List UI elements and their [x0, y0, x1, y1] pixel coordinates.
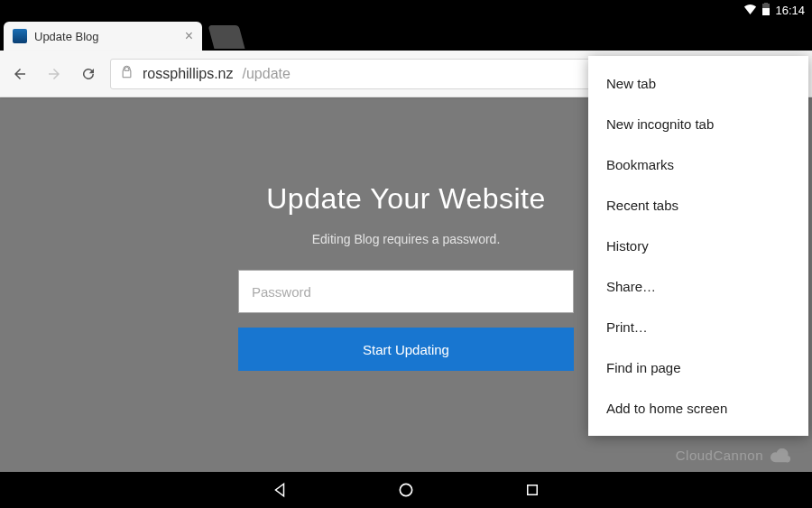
back-button[interactable]: [7, 61, 32, 87]
start-updating-button[interactable]: Start Updating: [238, 328, 574, 371]
site-info-icon[interactable]: [120, 65, 134, 82]
menu-item-new-incognito-tab[interactable]: New incognito tab: [588, 104, 808, 144]
android-nav-bar: [0, 472, 812, 508]
url-domain: rossphillips.nz: [143, 66, 233, 82]
wifi-icon: [743, 4, 757, 17]
new-tab-button[interactable]: [208, 25, 245, 49]
password-input[interactable]: Password: [238, 270, 574, 313]
page-subheading: Editing Blog requires a password.: [312, 232, 501, 246]
android-home-button[interactable]: [397, 481, 415, 499]
forward-button[interactable]: [42, 61, 67, 87]
tab-strip: Update Blog ×: [0, 20, 812, 51]
site-brand: CloudCannon: [676, 448, 790, 463]
android-back-button[interactable]: [271, 481, 289, 499]
reload-button[interactable]: [76, 61, 101, 87]
status-time: 16:14: [775, 4, 805, 17]
menu-item-new-tab[interactable]: New tab: [588, 63, 808, 104]
menu-item-add-to-home-screen[interactable]: Add to home screen: [588, 388, 808, 429]
svg-rect-4: [528, 485, 538, 495]
svg-point-3: [400, 484, 411, 495]
tab-title: Update Blog: [34, 30, 99, 43]
svg-rect-1: [762, 8, 770, 15]
menu-item-share[interactable]: Share…: [588, 266, 808, 307]
favicon-icon: [13, 29, 27, 43]
menu-item-recent-tabs[interactable]: Recent tabs: [588, 185, 808, 226]
menu-item-print[interactable]: Print…: [588, 307, 808, 347]
close-tab-icon[interactable]: ×: [185, 29, 193, 43]
battery-icon: [762, 3, 770, 18]
chrome-overflow-menu: New tab New incognito tab Bookmarks Rece…: [588, 56, 808, 436]
cloud-icon: [770, 448, 790, 463]
android-recent-button[interactable]: [523, 481, 541, 499]
android-status-bar: 16:14: [0, 0, 812, 20]
active-tab[interactable]: Update Blog ×: [4, 22, 202, 51]
menu-item-find-in-page[interactable]: Find in page: [588, 347, 808, 388]
password-placeholder: Password: [252, 284, 311, 300]
menu-item-history[interactable]: History: [588, 226, 808, 266]
brand-text: CloudCannon: [676, 448, 763, 463]
url-path: /update: [242, 66, 290, 82]
svg-rect-2: [764, 3, 768, 5]
page-heading: Update Your Website: [266, 182, 546, 216]
menu-item-bookmarks[interactable]: Bookmarks: [588, 144, 808, 185]
